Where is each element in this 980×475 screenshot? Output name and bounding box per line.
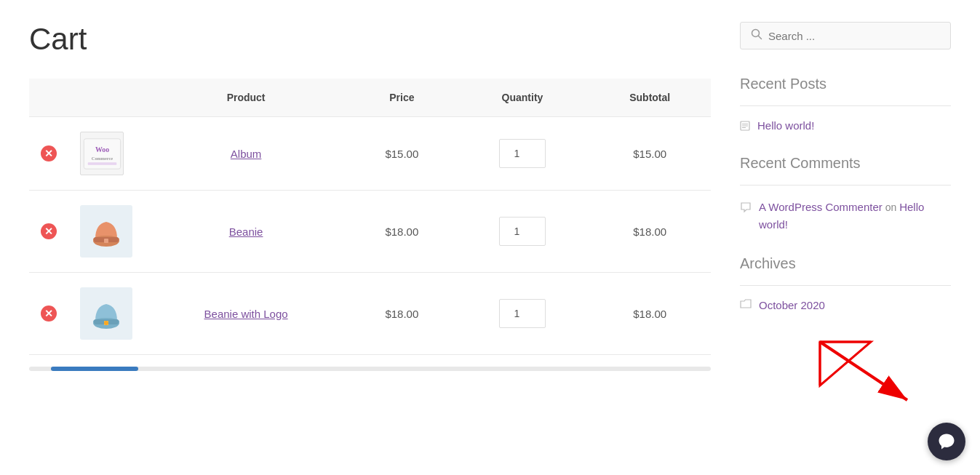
quantity-cell — [456, 191, 589, 273]
cart-table: Product Price Quantity Subtotal ✕ Woo Co… — [29, 79, 711, 355]
price-cell: $18.00 — [348, 191, 455, 273]
sidebar: Recent Posts Hello world! Recent Comment… — [740, 22, 951, 371]
product-image-cell: Woo Commerce — [68, 117, 144, 191]
col-subtotal: Subtotal — [589, 79, 711, 117]
recent-comments-divider — [740, 185, 951, 185]
product-name-cell: Beanie — [144, 191, 348, 273]
remove-icon: ✕ — [41, 306, 57, 322]
quantity-input[interactable] — [499, 217, 546, 246]
product-image: Woo Commerce — [80, 132, 124, 175]
subtotal-cell: $18.00 — [589, 191, 711, 273]
cart-table-header: Product Price Quantity Subtotal — [29, 79, 711, 117]
col-image — [68, 79, 144, 117]
price-cell: $18.00 — [348, 273, 455, 355]
product-name-link[interactable]: Beanie with Logo — [204, 308, 288, 320]
table-row: ✕ Woo Commerce Album$15.00$15.00 — [29, 117, 711, 191]
quantity-input[interactable] — [499, 299, 546, 328]
recent-posts-section: Recent Posts Hello world! — [740, 76, 951, 133]
archive-folder-icon — [740, 299, 752, 311]
recent-post-item: Hello world! — [740, 119, 951, 133]
comment-item: A WordPress Commenter on Hello world! — [740, 199, 951, 233]
col-price: Price — [348, 79, 455, 117]
col-quantity: Quantity — [456, 79, 589, 117]
col-product: Product — [144, 79, 348, 117]
table-row: ✕ Beanie with Logo$18.00$18.00 — [29, 273, 711, 355]
search-box — [740, 22, 951, 49]
post-icon — [740, 121, 750, 133]
remove-button[interactable]: ✕ — [41, 223, 57, 239]
product-image-cell — [68, 273, 144, 355]
svg-rect-7 — [104, 239, 108, 243]
archives-title: Archives — [740, 255, 951, 272]
search-input[interactable] — [768, 30, 940, 42]
page-title: Cart — [29, 22, 711, 57]
archives-section: Archives October 2020 — [740, 255, 951, 311]
remove-button[interactable]: ✕ — [41, 145, 57, 161]
search-icon — [751, 28, 762, 43]
commenter-link[interactable]: A WordPress Commenter — [759, 201, 883, 213]
post-link[interactable]: Hello world! — [757, 119, 814, 132]
remove-button[interactable]: ✕ — [41, 306, 57, 322]
page-wrapper: Cart Product Price Quantity Subtotal ✕ W… — [0, 0, 980, 393]
product-name-link[interactable]: Album — [231, 148, 262, 160]
scrollbar-thumb[interactable] — [51, 367, 138, 371]
quantity-input[interactable] — [499, 139, 546, 168]
recent-comments-title: Recent Comments — [740, 155, 951, 172]
remove-cell: ✕ — [29, 273, 68, 355]
scroll-area — [29, 367, 711, 371]
remove-cell: ✕ — [29, 191, 68, 273]
price-cell: $15.00 — [348, 117, 455, 191]
table-row: ✕ Beanie$18.00$18.00 — [29, 191, 711, 273]
svg-text:Woo: Woo — [95, 145, 108, 153]
remove-icon: ✕ — [41, 145, 57, 161]
product-name-cell: Beanie with Logo — [144, 273, 348, 355]
recent-posts-divider — [740, 105, 951, 106]
product-image — [80, 287, 132, 340]
quantity-cell — [456, 273, 589, 355]
svg-point-12 — [104, 321, 108, 325]
product-image — [80, 205, 132, 258]
svg-text:Commerce: Commerce — [91, 155, 112, 160]
comment-icon — [740, 200, 752, 219]
main-content: Cart Product Price Quantity Subtotal ✕ W… — [29, 22, 711, 371]
comment-on-text: on — [885, 201, 899, 213]
product-image-cell — [68, 191, 144, 273]
subtotal-cell: $15.00 — [589, 117, 711, 191]
quantity-cell — [456, 117, 589, 191]
remove-icon: ✕ — [41, 223, 57, 239]
col-remove — [29, 79, 68, 117]
product-name-cell: Album — [144, 117, 348, 191]
product-name-link[interactable]: Beanie — [229, 225, 263, 238]
svg-line-14 — [759, 36, 762, 39]
comment-content: A WordPress Commenter on Hello world! — [759, 199, 951, 233]
recent-comments-section: Recent Comments A WordPress Commenter on… — [740, 155, 951, 233]
subtotal-cell: $18.00 — [589, 273, 711, 355]
archive-link[interactable]: October 2020 — [759, 299, 825, 311]
remove-cell: ✕ — [29, 117, 68, 191]
archive-item: October 2020 — [740, 299, 951, 311]
recent-posts-title: Recent Posts — [740, 76, 951, 92]
archives-divider — [740, 285, 951, 286]
svg-rect-3 — [87, 162, 116, 165]
